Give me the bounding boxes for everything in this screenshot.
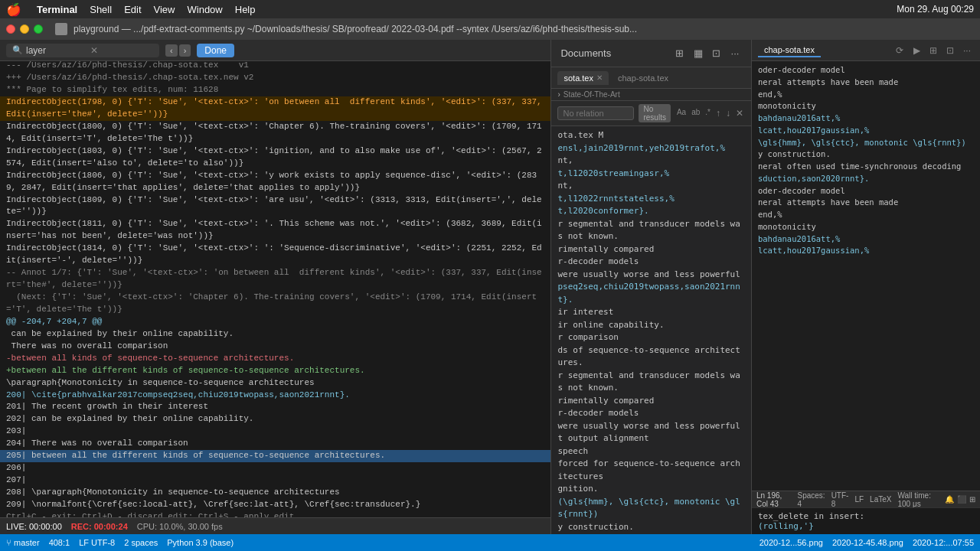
next-result-button[interactable]: › — [179, 44, 191, 57]
more-icon[interactable]: ··· — [728, 47, 742, 60]
title-bar: playground — .../pdf-extract-comments.py… — [0, 18, 980, 40]
latex-statusbar: Ln 196, Col 43 Spaces: 4 UTF-8 LF LaTeX … — [752, 491, 980, 507]
docs-search-input[interactable] — [557, 106, 634, 120]
prev-match-icon[interactable]: ↑ — [714, 106, 722, 120]
apple-menu[interactable]: 🍎 — [6, 2, 21, 17]
menu-view[interactable]: View — [154, 4, 175, 15]
latex-line: end,% — [752, 209, 980, 221]
latex-more-icon[interactable]: ··· — [960, 44, 974, 57]
terminal-line: IndirectObject(1811, 0) {'T': 'Sue', '<t… — [0, 218, 550, 243]
fullscreen-button[interactable] — [34, 24, 43, 34]
docs-content[interactable]: ota.tex Mensl,jain2019rnnt,yeh2019trafot… — [551, 126, 750, 534]
expand-icon[interactable]: ⊡ — [710, 47, 724, 60]
terminal-line: can be explained by their online capabil… — [0, 328, 550, 341]
doc-line: t,l12022rnntstateless,% — [551, 193, 750, 206]
menu-help[interactable]: Help — [235, 4, 256, 15]
terminal-line: 204| There was no overall comparison — [0, 438, 550, 450]
latex-line: neral attempts have been made — [752, 77, 980, 89]
latex-layout-icon[interactable]: ⊞ — [926, 44, 940, 57]
docs-header: Documents ⊞ ▦ ⊡ ··· — [551, 40, 750, 67]
menu-edit[interactable]: Edit — [124, 4, 141, 15]
latex-icon1[interactable]: 🔔 — [945, 495, 954, 504]
terminal-line: 208| \paragraph{Monotonicity in sequence… — [0, 487, 550, 499]
terminal-line: 207| — [0, 474, 550, 487]
latex-mini-bar: tex_delete in insert: (rolling,'} — [752, 507, 980, 534]
search-regex-icon[interactable]: .* — [704, 106, 712, 120]
layout-icon[interactable]: ▦ — [691, 47, 705, 60]
status-right: 2020-12...56.png 2020-12-45.48.png 2020-… — [760, 538, 974, 547]
breadcrumb-icon: › — [557, 90, 560, 99]
latex-expand-icon[interactable]: ⊡ — [943, 44, 957, 57]
doc-tab-sota-close[interactable]: ✕ — [596, 73, 603, 82]
search-word-icon[interactable]: ab — [690, 106, 701, 120]
clear-search-icon[interactable]: ✕ — [90, 45, 98, 56]
doc-tab-chap[interactable]: chap-sota.tex — [612, 71, 675, 85]
close-button[interactable] — [6, 24, 15, 34]
terminal-search-bar[interactable]: 🔍 ✕ — [6, 44, 159, 57]
menubar: 🍎 Terminal Shell Edit View Window Help M… — [0, 0, 980, 18]
doc-line: r segmental and transducer models was no… — [551, 370, 750, 395]
terminal-line: 203| — [0, 425, 550, 438]
git-branch[interactable]: ⑂ master — [6, 538, 40, 547]
search-case-icon[interactable]: Aa — [675, 106, 688, 120]
prev-result-button[interactable]: ‹ — [165, 44, 178, 57]
doc-line: r comparison — [551, 331, 750, 344]
latex-lang: LaTeX — [870, 495, 891, 504]
doc-line: ir online capability. — [551, 319, 750, 332]
terminal-content[interactable]: t time position. This leads to the segme… — [0, 61, 550, 517]
minimize-button[interactable] — [20, 24, 29, 34]
live-indicator: LIVE: 00:00:00 — [6, 522, 62, 531]
terminal-line: -between all kinds of sequence-to-sequen… — [0, 353, 550, 365]
vscode-status-bar: ⑂ master 408:1 LF UTF-8 2 spaces Python … — [0, 534, 980, 551]
latex-header-icons: ⟳ ▶ ⊞ ⊡ ··· — [893, 44, 974, 57]
done-button[interactable]: Done — [197, 44, 234, 57]
latex-tab-label[interactable]: chap-sota.tex — [758, 44, 821, 57]
latex-encoding: UTF-8 — [831, 491, 849, 508]
git-branch-label: master — [14, 538, 40, 547]
doc-line: gnition. — [551, 483, 750, 496]
latex-spaces: Spaces: 4 — [797, 491, 825, 508]
menu-shell[interactable]: Shell — [90, 4, 112, 15]
status-position: 408:1 — [49, 538, 70, 547]
terminal-panel: 🔍 ✕ ‹ › Done t time position. This leads… — [0, 40, 550, 534]
terminal-line: 209| \normalfont{\Cref{sec:local-att}, \… — [0, 499, 550, 511]
docs-search-icons: Aa ab .* ↑ ↓ ✕ — [675, 106, 745, 120]
latex-run-icon[interactable]: ▶ — [910, 44, 923, 57]
terminal-line: @@ -204,7 +204,7 @@ — [0, 316, 550, 328]
menu-terminal[interactable]: Terminal — [37, 4, 77, 15]
terminal-line: 206| — [0, 462, 550, 474]
menubar-time: Mon 29. Aug 00:29 — [897, 4, 974, 15]
doc-line: ensl,jain2019rnnt,yeh2019trafot,% — [551, 142, 750, 155]
terminal-bottom-bar: LIVE: 00:00:00 REC: 00:00:24 CPU: 10.0%,… — [0, 517, 550, 534]
doc-line: t output alignment — [551, 432, 750, 445]
split-icon[interactable]: ⊞ — [673, 47, 687, 60]
latex-icon3[interactable]: ⊞ — [969, 495, 975, 504]
terminal-line: Ctrl+C - exit; Ctrl+D - discard edit; Ct… — [0, 511, 550, 517]
terminal-line: +++ /Users/az/i6/phd-thesis/.chap-sota.t… — [0, 72, 550, 84]
latex-line: y construction. — [752, 148, 980, 161]
doc-line: ir interest — [551, 306, 750, 319]
latex-content[interactable]: oder-decoder modelneral attempts have be… — [752, 61, 980, 491]
minibar-value: (rolling,'} — [758, 521, 974, 531]
next-match-icon[interactable]: ↓ — [724, 106, 732, 120]
search-input[interactable] — [26, 45, 87, 56]
doc-tab-sota[interactable]: sota.tex ✕ — [557, 71, 609, 85]
terminal-line: 200| \cite{prabhvalkar2017compseq2seq,ch… — [0, 390, 550, 402]
status-time: 2020-12:...07:55 — [913, 538, 974, 547]
latex-line: neral attempts have been made — [752, 197, 980, 209]
menu-window[interactable]: Window — [188, 4, 223, 15]
rec-indicator: REC: 00:00:24 — [71, 522, 128, 531]
no-results-badge: No results — [639, 104, 670, 122]
terminal-line: +between all the different kinds of sequ… — [0, 365, 550, 377]
terminal-line: IndirectObject(1809, 0) {'T': 'Sue', '<t… — [0, 194, 550, 219]
status-ts1: 2020-12...56.png — [760, 538, 823, 547]
latex-line: lcatt,hou2017gaussian,% — [752, 125, 980, 137]
terminal-line: IndirectObject(1798, 0) {'T': 'Sue', '<t… — [0, 96, 550, 121]
terminal-line: IndirectObject(1806, 0) {'T': 'Sue', '<t… — [0, 170, 550, 194]
close-search-icon[interactable]: ✕ — [734, 106, 745, 120]
latex-icon2[interactable]: ⬛ — [957, 495, 966, 504]
doc-line: ota.tex M — [551, 129, 750, 142]
doc-line: y construction. — [551, 521, 750, 534]
latex-split-icon[interactable]: ⟳ — [893, 44, 906, 57]
status-ts2: 2020-12-45.48.png — [832, 538, 903, 547]
